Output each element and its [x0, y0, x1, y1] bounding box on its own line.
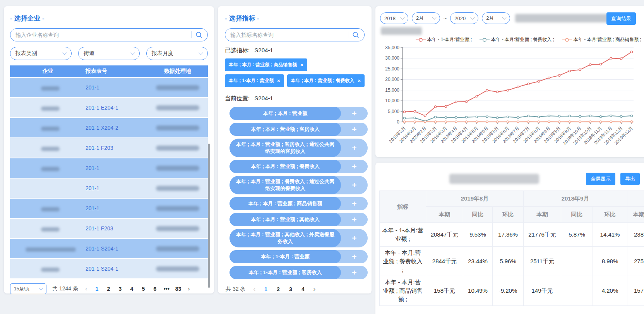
- indicator-option-label[interactable]: 本年 ; 本月 : 营业额 ; 其他收入: [230, 213, 341, 226]
- add-indicator-icon[interactable]: +: [341, 107, 368, 120]
- export-button[interactable]: 导出: [620, 173, 640, 185]
- filter-report-month[interactable]: 报表月度: [146, 47, 208, 60]
- page-number[interactable]: 3: [116, 286, 124, 292]
- add-indicator-icon[interactable]: +: [341, 176, 368, 194]
- indicator-tag[interactable]: 本年 ; 本月 : 营业额 ; 商品销售额 ×: [225, 58, 307, 71]
- indicator-search-input[interactable]: [230, 32, 344, 38]
- total-count: 共 32 条: [226, 286, 245, 293]
- next-page-icon[interactable]: ›: [186, 285, 192, 293]
- sub-header: 本期: [524, 207, 561, 223]
- add-indicator-icon[interactable]: +: [341, 123, 368, 136]
- page-number[interactable]: 1: [262, 286, 270, 292]
- legend-marker-icon: [480, 38, 490, 42]
- legend-item[interactable]: 本年 - 本月:营业额 ; 商品销售额 ;: [562, 36, 641, 43]
- next-page-icon[interactable]: ›: [311, 285, 317, 293]
- table-row[interactable]: 201-1 F203: [10, 219, 208, 238]
- indicator-option-label[interactable]: 本年 ; 本月 : 营业额 ; 其他收入 ; 外卖送餐服务收入: [230, 229, 341, 247]
- indicator-option-label[interactable]: 本年 ; 本月 : 营业额 ; 餐费收入 ; 通过公共网络实现的餐费收入: [230, 176, 341, 194]
- enterprise-name-redacted: [10, 225, 86, 232]
- prev-page-icon[interactable]: ‹: [251, 285, 257, 293]
- line-chart[interactable]: 05,00010,00015,00020,00025,00030,00035,0…: [380, 43, 644, 156]
- page-number[interactable]: 6: [151, 286, 159, 292]
- indicator-option: 本年 ; 1-本月 : 营业额 +: [230, 250, 368, 263]
- page-number[interactable]: 1: [93, 286, 101, 292]
- indicator-pagination: 共 32 条 ‹ 1 2 3 4 ›: [226, 285, 365, 293]
- enterprise-name-redacted: [10, 205, 86, 211]
- start-year-select[interactable]: 2018: [380, 12, 408, 24]
- close-icon[interactable]: ×: [300, 62, 303, 67]
- filter-report-type[interactable]: 报表类别: [10, 47, 72, 60]
- page-number[interactable]: 5: [139, 286, 147, 292]
- add-indicator-icon[interactable]: +: [341, 266, 368, 279]
- close-icon[interactable]: ×: [277, 78, 280, 83]
- table-row[interactable]: 201-1: [10, 78, 208, 97]
- end-year-select[interactable]: 2020: [450, 12, 478, 24]
- enterprise-search: [10, 28, 208, 41]
- selected-indicators-line: 已选指标: S204-1: [225, 47, 365, 54]
- filter-street[interactable]: 街道: [78, 47, 140, 60]
- table-row[interactable]: 201-1 X204-2: [10, 118, 208, 137]
- cell-value: 4.20%: [593, 276, 627, 305]
- table-scrollbar[interactable]: [208, 144, 210, 288]
- table-row[interactable]: 201-1 F203: [10, 138, 208, 158]
- add-indicator-icon[interactable]: +: [341, 229, 368, 247]
- table-row[interactable]: 201-1: [10, 178, 208, 198]
- indicator-tag[interactable]: 本年 ; 1-本月 : 营业额 ×: [225, 74, 284, 87]
- legend-item[interactable]: 本年 - 本月:营业额 ; 餐费收入 ;: [480, 36, 554, 43]
- search-icon[interactable]: [195, 31, 202, 38]
- table-row[interactable]: 201-1: [10, 158, 208, 178]
- enterprise-filters: 报表类别 街道 报表月度: [10, 47, 208, 60]
- search-icon[interactable]: [352, 31, 359, 38]
- add-indicator-icon[interactable]: +: [341, 213, 368, 226]
- table-row[interactable]: 201-1 E204-1: [10, 98, 208, 117]
- legend-item[interactable]: 本年 - 1-本月:营业额 ;: [416, 36, 472, 43]
- indicator-option-label[interactable]: 本年 ; 本月 : 营业额 ; 客房收入: [230, 123, 341, 136]
- page-number[interactable]: 4: [299, 286, 307, 292]
- cell-value: 149千元: [524, 276, 561, 305]
- indicator-option-label[interactable]: 本年 ; 1-本月 : 营业额 ; 客房收入: [230, 266, 341, 279]
- page-ellipsis[interactable]: •••: [163, 286, 171, 292]
- add-indicator-icon[interactable]: +: [341, 139, 368, 157]
- add-indicator-icon[interactable]: +: [341, 250, 368, 263]
- indicator-search: [225, 28, 365, 41]
- indicator-option-label[interactable]: 本年 ; 本月 : 营业额 ; 客房收入 ; 通过公共网络实现的客房收入: [230, 139, 341, 157]
- data-location-redacted: [147, 146, 208, 151]
- close-icon[interactable]: ×: [358, 78, 361, 83]
- page-size-select[interactable]: 15条/页: [10, 283, 46, 294]
- query-result-button[interactable]: 查询结果: [606, 12, 636, 25]
- data-location-redacted: [147, 166, 208, 171]
- page-number[interactable]: 2: [104, 286, 113, 292]
- end-month-select[interactable]: 2月: [482, 12, 510, 24]
- add-indicator-icon[interactable]: +: [341, 160, 368, 173]
- start-month-select[interactable]: 2月: [412, 12, 440, 24]
- add-indicator-icon[interactable]: +: [341, 197, 368, 210]
- table-row[interactable]: 201-1 S204-1: [10, 239, 208, 258]
- report-no: 201-1: [86, 185, 147, 191]
- indicator-option-label[interactable]: 本年 ; 本月 : 营业额: [230, 107, 341, 120]
- indicator-option-label[interactable]: 本年 ; 1-本月 : 营业额: [230, 250, 341, 263]
- col-report-no: 报表表号: [86, 68, 147, 75]
- svg-text:10,000: 10,000: [385, 98, 399, 103]
- total-count: 共 1244 条: [52, 285, 78, 292]
- indicator-option-label[interactable]: 本年 ; 本月 : 营业额 ; 商品销售额: [230, 197, 341, 210]
- page-number[interactable]: 83: [174, 286, 182, 292]
- selected-indicators-code: S204-1: [254, 47, 273, 53]
- fullscreen-button[interactable]: 全屏显示: [586, 173, 615, 185]
- indicator-tag[interactable]: 本年 ; 本月 : 营业额 ; 餐费收入 ×: [287, 74, 365, 87]
- cell-value: 23.44%: [463, 247, 493, 276]
- table-row[interactable]: 201-1 S204-1: [10, 259, 208, 278]
- page-number[interactable]: 4: [128, 286, 136, 292]
- selected-indicators-label: 已选指标:: [225, 47, 250, 53]
- svg-text:15,000: 15,000: [385, 88, 399, 93]
- indicator-option-label[interactable]: 本年 ; 本月 : 营业额 ; 餐费收入: [230, 160, 341, 173]
- prev-page-icon[interactable]: ‹: [83, 285, 89, 293]
- redacted-text: [515, 14, 613, 22]
- table-row[interactable]: 201-1: [10, 199, 208, 218]
- page-number[interactable]: 3: [286, 286, 295, 292]
- enterprise-name-redacted: [10, 245, 86, 252]
- enterprise-search-input[interactable]: [15, 32, 187, 38]
- period-header: 2018年9月: [524, 191, 627, 207]
- page-number[interactable]: 2: [274, 286, 282, 292]
- chevron-down-icon: [130, 50, 135, 55]
- report-no: 201-1 X204-2: [86, 125, 147, 131]
